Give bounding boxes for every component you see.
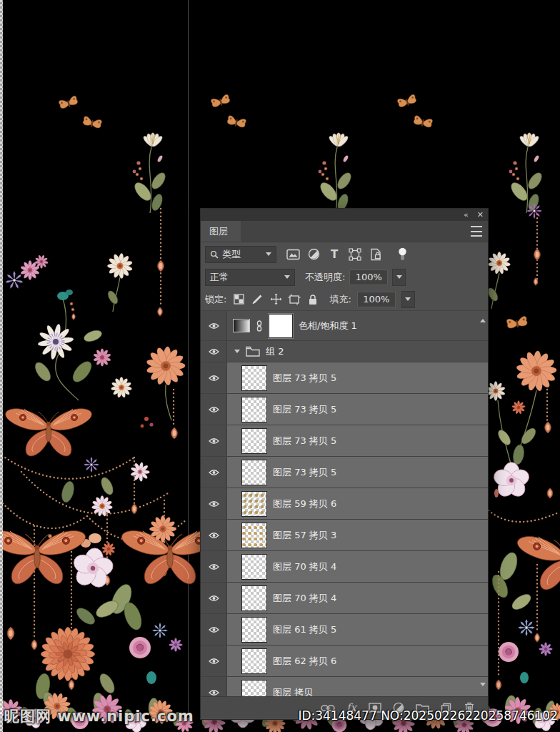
visibility-toggle[interactable] [201,520,227,550]
filter-icons: T [286,247,409,262]
layer-mask-thumbnail[interactable] [269,314,293,338]
layer-thumbnail[interactable] [241,491,267,517]
collapse-panel-icon[interactable]: « [464,211,469,219]
adjustment-thumbnail[interactable] [233,319,250,332]
photoshop-workspace: « ✕ 图层 类型 [0,0,560,732]
layer-row[interactable]: 图层 73 拷贝 5 [201,457,488,488]
layer-name[interactable]: 图层 73 拷贝 5 [273,403,336,416]
layer-name[interactable]: 图层 73 拷贝 5 [273,466,336,479]
layer-thumbnail[interactable] [241,397,267,422]
fill-value: 100% [363,294,389,305]
lock-row: 锁定: [201,288,488,311]
adjustment-layer-filter-icon[interactable] [306,247,321,262]
layer-thumbnail[interactable] [241,365,267,391]
group-name[interactable]: 组 2 [266,345,284,358]
layer-thumbnail[interactable] [241,523,267,548]
layer-thumbnail[interactable] [241,554,267,580]
visibility-toggle[interactable] [201,614,227,645]
eye-icon [209,469,219,476]
layer-row-adjustment[interactable]: 色相/饱和度 1 [201,311,488,341]
layer-thumbnail[interactable] [241,585,267,611]
eye-icon [209,595,219,602]
layers-panel: « ✕ 图层 类型 [200,208,489,720]
layer-row[interactable]: 图层 70 拷贝 4 [201,583,488,614]
lock-artboard-icon[interactable] [288,293,301,306]
fill-value-field[interactable]: 100% [357,292,396,307]
layer-row[interactable]: 图层 61 拷贝 5 [201,614,488,646]
tab-layers[interactable]: 图层 [201,221,241,242]
visibility-toggle[interactable] [201,646,227,676]
close-panel-icon[interactable]: ✕ [477,211,484,219]
visibility-toggle[interactable] [201,457,227,488]
layer-row[interactable]: 图层 57 拷贝 3 [201,520,488,551]
lock-all-icon[interactable] [306,293,319,306]
layer-name[interactable]: 图层 59 拷贝 6 [273,498,336,510]
layer-row[interactable]: 图层 62 拷贝 6 [201,646,488,677]
visibility-toggle[interactable] [201,394,227,425]
layer-row-partial[interactable]: 图层 拷贝 [201,677,488,696]
image-id-watermark: ID:34148477 NO:20250226220258746102 [298,708,558,723]
visibility-toggle[interactable] [201,425,227,456]
layer-row[interactable]: 图层 70 拷贝 4 [201,551,488,583]
layer-thumbnail[interactable] [241,617,267,643]
lock-pixels-icon[interactable] [251,293,264,306]
lock-label: 锁定: [205,293,226,306]
visibility-toggle[interactable] [201,341,227,362]
eye-icon [209,500,219,508]
eye-icon [209,658,219,665]
layer-row[interactable]: 图层 73 拷贝 5 [201,425,488,457]
type-layer-filter-icon[interactable]: T [327,247,341,262]
layer-name[interactable]: 图层 拷贝 [273,686,313,697]
eye-icon [209,563,219,570]
layer-thumbnail[interactable] [241,648,267,674]
smart-object-filter-icon[interactable] [369,247,383,262]
visibility-toggle[interactable] [201,362,227,393]
eye-icon [209,322,219,330]
visibility-toggle[interactable] [201,551,227,582]
pixel-layer-filter-icon[interactable] [286,247,300,262]
layer-thumbnail[interactable] [241,460,267,485]
layer-name[interactable]: 图层 70 拷贝 4 [273,560,336,573]
chevron-down-icon [284,275,290,279]
layer-name[interactable]: 图层 62 拷贝 6 [273,655,336,668]
layer-row[interactable]: 图层 59 拷贝 6 [201,488,488,520]
search-icon [210,250,219,259]
folder-icon [246,346,260,357]
fill-dropdown-button[interactable] [401,291,415,308]
layer-row-group[interactable]: 组 2 [201,341,488,362]
layer-name[interactable]: 图层 57 拷贝 3 [273,529,336,542]
visibility-toggle[interactable] [201,488,227,519]
layer-row[interactable]: 图层 73 拷贝 5 [201,394,488,425]
group-expand-icon[interactable] [234,350,240,353]
lock-position-icon[interactable] [269,293,282,306]
blend-mode-dropdown[interactable]: 正常 [205,269,295,286]
eye-icon [209,375,219,382]
opacity-value-field[interactable]: 100% [349,269,388,285]
eye-icon [209,689,219,696]
layer-thumbnail[interactable] [241,428,267,454]
layer-row[interactable]: 图层 73 拷贝 5 [201,362,488,394]
opacity-label: 不透明度: [305,271,345,284]
filter-type-dropdown[interactable]: 类型 [205,246,276,263]
layer-name[interactable]: 图层 73 拷贝 5 [273,372,336,385]
layer-thumbnail[interactable] [241,680,267,697]
visibility-toggle[interactable] [201,583,227,613]
filter-toggle-icon[interactable] [395,247,409,262]
fill-label: 填充: [329,293,351,306]
lock-transparent-icon[interactable] [232,293,245,306]
shape-layer-filter-icon[interactable] [348,247,362,262]
eye-icon [209,626,219,633]
opacity-value: 100% [356,272,382,282]
panel-tabbar: 图层 [201,221,488,242]
layer-name[interactable]: 图层 61 拷贝 5 [273,623,336,636]
layer-name[interactable]: 图层 73 拷贝 5 [273,435,336,447]
blend-row: 正常 不透明度: 100% [201,266,488,288]
layer-name[interactable]: 图层 70 拷贝 4 [273,592,336,605]
opacity-dropdown-button[interactable] [392,269,406,286]
eye-icon [209,437,219,445]
visibility-toggle[interactable] [201,677,227,696]
mask-link-icon[interactable] [256,320,263,332]
layer-name[interactable]: 色相/饱和度 1 [299,320,357,332]
panel-menu-icon[interactable] [471,226,482,237]
visibility-toggle[interactable] [201,311,227,340]
